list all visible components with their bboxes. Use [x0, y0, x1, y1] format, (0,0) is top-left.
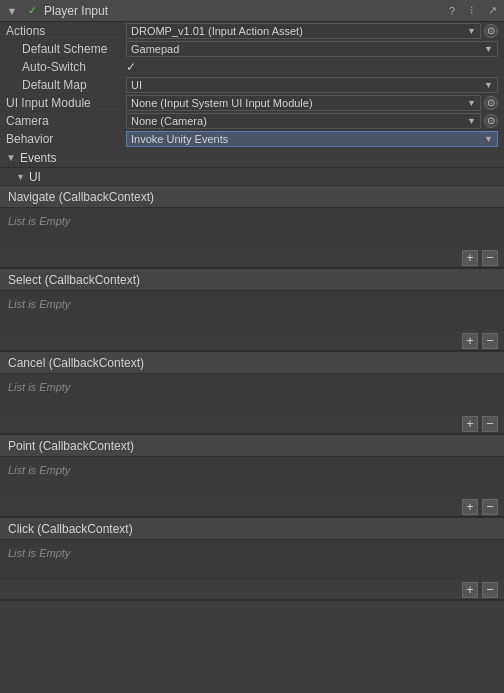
event-header-4: Click (CallbackContext) — [0, 518, 504, 540]
actions-label: Actions — [6, 24, 126, 38]
event-add-btn-3[interactable]: + — [462, 499, 478, 515]
event-add-btn-4[interactable]: + — [462, 582, 478, 598]
auto-switch-value-area: ✓ — [126, 60, 498, 74]
settings-icon[interactable]: ⁝ — [464, 3, 480, 19]
auto-switch-row: Auto-Switch ✓ — [0, 58, 504, 76]
actions-row: Actions DROMP_v1.01 (Input Action Asset)… — [0, 22, 504, 40]
event-remove-btn-0[interactable]: − — [482, 250, 498, 266]
behavior-label: Behavior — [6, 132, 126, 146]
auto-switch-checkmark[interactable]: ✓ — [126, 60, 136, 74]
event-empty-0: List is Empty — [8, 215, 70, 227]
default-map-arrow-icon: ▼ — [483, 80, 493, 90]
actions-value-area: DROMP_v1.01 (Input Action Asset) ▼ ⊙ — [126, 23, 498, 39]
header-left: ▼ ✓ Player Input — [4, 3, 444, 19]
default-scheme-row: Default Scheme Gamepad ▼ — [0, 40, 504, 58]
event-add-btn-0[interactable]: + — [462, 250, 478, 266]
header-icons: ? ⁝ ↗ — [444, 3, 500, 19]
ui-input-module-label: UI Input Module — [6, 96, 126, 110]
default-map-label: Default Map — [6, 78, 126, 92]
ui-input-module-value-area: None (Input System UI Input Module) ▼ ⊙ — [126, 95, 498, 111]
events-label: Events — [20, 151, 57, 165]
actions-dropdown-text: DROMP_v1.01 (Input Action Asset) — [131, 25, 466, 37]
ui-sub-collapse-icon: ▼ — [16, 172, 25, 182]
inspector-content: Actions DROMP_v1.01 (Input Action Asset)… — [0, 22, 504, 693]
event-header-2: Cancel (CallbackContext) — [0, 352, 504, 374]
ui-input-module-dropdown-text: None (Input System UI Input Module) — [131, 97, 466, 109]
event-header-0: Navigate (CallbackContext) — [0, 186, 504, 208]
actions-circle-btn[interactable]: ⊙ — [484, 24, 498, 38]
event-block-4: Click (CallbackContext) List is Empty + … — [0, 518, 504, 601]
event-add-btn-1[interactable]: + — [462, 333, 478, 349]
behavior-row: Behavior Invoke Unity Events ▼ — [0, 130, 504, 148]
event-footer-3: + − — [0, 497, 504, 517]
collapse-arrow-icon[interactable]: ▼ — [4, 3, 20, 19]
event-header-1: Select (CallbackContext) — [0, 269, 504, 291]
event-remove-btn-1[interactable]: − — [482, 333, 498, 349]
default-map-row: Default Map UI ▼ — [0, 76, 504, 94]
event-title-4: Click (CallbackContext) — [8, 522, 133, 536]
default-map-dropdown-text: UI — [131, 79, 483, 91]
events-section-header[interactable]: ▼ Events — [0, 148, 504, 168]
events-collapse-icon: ▼ — [6, 152, 16, 163]
event-block-0: Navigate (CallbackContext) List is Empty… — [0, 186, 504, 269]
event-remove-btn-4[interactable]: − — [482, 582, 498, 598]
default-map-dropdown[interactable]: UI ▼ — [126, 77, 498, 93]
help-icon[interactable]: ? — [444, 3, 460, 19]
event-remove-btn-2[interactable]: − — [482, 416, 498, 432]
behavior-value-area: Invoke Unity Events ▼ — [126, 131, 498, 147]
behavior-dropdown[interactable]: Invoke Unity Events ▼ — [126, 131, 498, 147]
event-body-0: List is Empty — [0, 208, 504, 248]
event-add-btn-2[interactable]: + — [462, 416, 478, 432]
default-scheme-dropdown[interactable]: Gamepad ▼ — [126, 41, 498, 57]
behavior-dropdown-text: Invoke Unity Events — [131, 133, 483, 145]
component-header: ▼ ✓ Player Input ? ⁝ ↗ — [0, 0, 504, 22]
event-title-2: Cancel (CallbackContext) — [8, 356, 144, 370]
ui-sub-section-header[interactable]: ▼ UI — [0, 168, 504, 186]
event-title-3: Point (CallbackContext) — [8, 439, 134, 453]
default-scheme-dropdown-text: Gamepad — [131, 43, 483, 55]
event-footer-1: + − — [0, 331, 504, 351]
camera-value-area: None (Camera) ▼ ⊙ — [126, 113, 498, 129]
camera-arrow-icon: ▼ — [466, 116, 476, 126]
event-empty-4: List is Empty — [8, 547, 70, 559]
ui-input-module-arrow-icon: ▼ — [466, 98, 476, 108]
actions-dropdown-arrow-icon: ▼ — [466, 26, 476, 36]
event-title-0: Navigate (CallbackContext) — [8, 190, 154, 204]
behavior-arrow-icon: ▼ — [483, 134, 493, 144]
event-footer-2: + − — [0, 414, 504, 434]
event-empty-1: List is Empty — [8, 298, 70, 310]
event-remove-btn-3[interactable]: − — [482, 499, 498, 515]
default-scheme-arrow-icon: ▼ — [483, 44, 493, 54]
ui-input-module-circle-btn[interactable]: ⊙ — [484, 96, 498, 110]
camera-dropdown[interactable]: None (Camera) ▼ — [126, 113, 481, 129]
event-block-2: Cancel (CallbackContext) List is Empty +… — [0, 352, 504, 435]
event-footer-0: + − — [0, 248, 504, 268]
event-header-3: Point (CallbackContext) — [0, 435, 504, 457]
ui-sub-label: UI — [29, 170, 41, 184]
event-footer-4: + − — [0, 580, 504, 600]
camera-dropdown-text: None (Camera) — [131, 115, 466, 127]
event-body-2: List is Empty — [0, 374, 504, 414]
events-container: Navigate (CallbackContext) List is Empty… — [0, 186, 504, 601]
event-body-1: List is Empty — [0, 291, 504, 331]
camera-label: Camera — [6, 114, 126, 128]
default-scheme-label: Default Scheme — [6, 42, 126, 56]
event-title-1: Select (CallbackContext) — [8, 273, 140, 287]
expand-icon[interactable]: ↗ — [484, 3, 500, 19]
actions-dropdown[interactable]: DROMP_v1.01 (Input Action Asset) ▼ — [126, 23, 481, 39]
default-scheme-value-area: Gamepad ▼ — [126, 41, 498, 57]
component-title: Player Input — [44, 4, 108, 18]
default-map-value-area: UI ▼ — [126, 77, 498, 93]
event-body-3: List is Empty — [0, 457, 504, 497]
ui-input-module-row: UI Input Module None (Input System UI In… — [0, 94, 504, 112]
event-empty-2: List is Empty — [8, 381, 70, 393]
ui-input-module-dropdown[interactable]: None (Input System UI Input Module) ▼ — [126, 95, 481, 111]
event-empty-3: List is Empty — [8, 464, 70, 476]
event-block-1: Select (CallbackContext) List is Empty +… — [0, 269, 504, 352]
auto-switch-label: Auto-Switch — [6, 60, 126, 74]
camera-row: Camera None (Camera) ▼ ⊙ — [0, 112, 504, 130]
event-body-4: List is Empty — [0, 540, 504, 580]
camera-circle-btn[interactable]: ⊙ — [484, 114, 498, 128]
event-block-3: Point (CallbackContext) List is Empty + … — [0, 435, 504, 518]
enabled-check-icon[interactable]: ✓ — [24, 3, 40, 19]
